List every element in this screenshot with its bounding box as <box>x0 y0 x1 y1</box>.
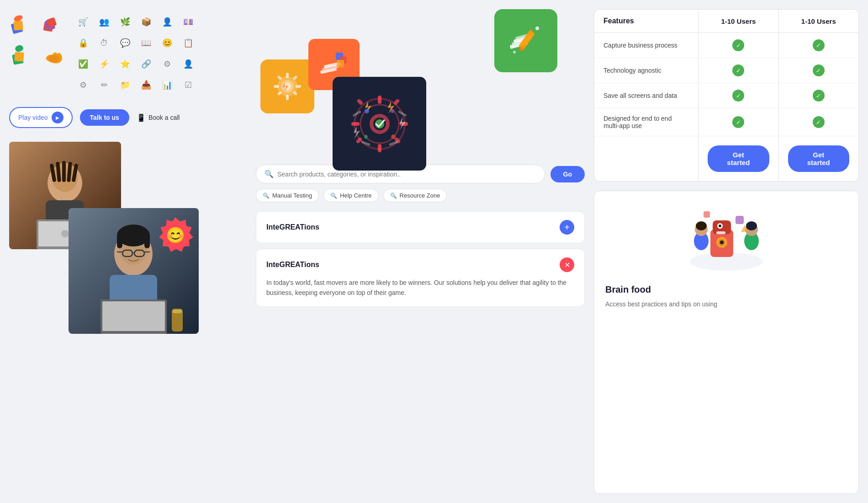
svg-rect-71 <box>351 122 360 126</box>
outline-icons-grid: 🛒 👥 🌿 📦 👤 💷 🔒 ⏱ 💬 📖 😊 📋 ✅ ⚡ ⭐ 🔗 ⚙ 👤 ⚙ <box>75 14 196 93</box>
action-buttons: Play video ▶ Talk to us 📱 Book a call <box>9 107 247 128</box>
svg-rect-36 <box>102 301 165 331</box>
check-mark: ✓ <box>732 90 744 102</box>
check-icon: ✅ <box>75 56 91 72</box>
go-button[interactable]: Go <box>550 166 585 182</box>
svg-rect-76 <box>393 98 400 106</box>
delivery-icon: 📦 <box>138 14 154 30</box>
col1-header: 1-10 Users <box>699 10 778 33</box>
person-icon: 👤 <box>159 14 175 30</box>
brain-food-description: Access best practices and tips on using <box>605 300 717 309</box>
edit-icon: ✏ <box>96 77 112 93</box>
svg-point-9 <box>48 55 59 62</box>
svg-rect-49 <box>286 73 289 78</box>
svg-rect-16 <box>62 161 66 182</box>
svg-rect-7 <box>14 52 24 62</box>
accordion-card-1: InteGREATions + <box>256 211 585 243</box>
chart-icon: 📊 <box>159 77 175 93</box>
feature-1-col2: ✓ <box>778 33 858 58</box>
accordion-title-1: InteGREATions <box>266 223 319 231</box>
orange-product-icon <box>40 40 68 68</box>
svg-point-97 <box>696 221 707 230</box>
accordion-header-2: InteGREATions ✕ <box>266 257 574 272</box>
settings-icon: ⚙ <box>75 77 91 93</box>
get-started-button-1[interactable]: Get started <box>708 145 769 172</box>
search-input[interactable] <box>277 171 536 178</box>
lock-icon: 🔒 <box>75 35 91 51</box>
check-mark: ✓ <box>732 64 744 76</box>
timer-icon: ⏱ <box>96 35 112 51</box>
svg-point-45 <box>513 51 516 54</box>
book-call-link[interactable]: 📱 Book a call <box>137 113 180 122</box>
lightning-icon: ⚡ <box>96 56 112 72</box>
inbox-icon: 📥 <box>138 77 154 93</box>
svg-rect-1 <box>13 21 23 31</box>
svg-rect-105 <box>704 211 710 218</box>
book-icon: 📖 <box>138 35 154 51</box>
svg-rect-38 <box>173 310 182 313</box>
right-panel: Features 1-10 Users 1-10 Users Capture b… <box>594 9 859 494</box>
tree-icon: 🌿 <box>117 14 133 30</box>
user-minus-icon: 👤 <box>180 56 196 72</box>
svg-rect-27 <box>117 234 122 248</box>
brain-food-title: Brain food <box>605 284 651 295</box>
brain-food-image <box>605 202 847 275</box>
photo-collage: 😊 <box>9 142 219 334</box>
middle-panel: 🔍 Go 🔍 Manual Testing 🔍 Help Centre 🔍 Re… <box>256 9 585 494</box>
svg-rect-104 <box>736 216 744 224</box>
col2-header: 1-10 Users <box>778 10 858 33</box>
play-video-button[interactable]: Play video ▶ <box>9 107 73 128</box>
svg-point-87 <box>364 135 368 139</box>
accordion-section: InteGREATions + InteGREATions ✕ In today… <box>256 211 585 307</box>
svg-rect-69 <box>378 96 381 104</box>
phone-icon: 📱 <box>137 113 146 122</box>
talk-to-us-button[interactable]: Talk to us <box>80 109 129 126</box>
accordion-collapse-button-2[interactable]: ✕ <box>560 257 574 272</box>
pricing-row-4: Designed for end to end multi-app use ✓ … <box>594 108 858 136</box>
svg-point-8 <box>14 44 24 53</box>
svg-point-22 <box>61 230 69 237</box>
check-mark: ✓ <box>813 90 825 102</box>
pricing-table: Features 1-10 Users 1-10 Users Capture b… <box>594 9 859 182</box>
emoji-icon: 😊 <box>159 35 175 51</box>
svg-rect-94 <box>716 231 725 234</box>
svg-point-93 <box>719 225 721 227</box>
get-started-button-2[interactable]: Get started <box>788 145 849 172</box>
accordion-header-1: InteGREATions + <box>266 220 574 235</box>
check-mark: ✓ <box>813 39 825 51</box>
pricing-row-3: Save all screens and data ✓ ✓ <box>594 83 858 108</box>
search-tag-manual-testing[interactable]: 🔍 Manual Testing <box>256 189 319 202</box>
book-call-label: Book a call <box>148 114 180 121</box>
orange-app-icon <box>260 59 314 113</box>
search-tag-help-centre[interactable]: 🔍 Help Centre <box>323 189 378 202</box>
search-tag-resource-zone[interactable]: 🔍 Resource Zone <box>383 189 447 202</box>
search-tag-label-3: Resource Zone <box>400 192 440 199</box>
feature-3-col2: ✓ <box>778 83 858 108</box>
svg-point-100 <box>746 221 757 230</box>
brain-food-card: Brain food Access best practices and tip… <box>594 191 859 494</box>
pricing-cta-row: Get started Get started <box>594 136 858 182</box>
star-icon: ⭐ <box>117 56 133 72</box>
feature-4-col1: ✓ <box>699 108 778 136</box>
currency-icon: 💷 <box>180 14 196 30</box>
svg-point-44 <box>535 27 539 30</box>
basket-icon: 🛒 <box>75 14 91 30</box>
svg-point-88 <box>391 134 396 139</box>
feature-4-label: Designed for end to end multi-app use <box>594 108 699 136</box>
colored-icon-row-2 <box>9 40 68 68</box>
chat-icon: 💬 <box>117 35 133 51</box>
svg-point-85 <box>365 109 369 113</box>
blue-product-icon <box>9 9 37 37</box>
dark-app-icon <box>333 77 426 171</box>
green-app-icon <box>494 9 557 72</box>
accordion-expand-button-1[interactable]: + <box>560 220 574 235</box>
colored-icons <box>9 9 68 93</box>
feature-1-label: Capture business process <box>594 33 699 58</box>
features-header: Features <box>594 10 699 33</box>
svg-rect-52 <box>296 85 301 88</box>
feature-1-col1: ✓ <box>699 33 778 58</box>
search-tag-label-2: Help Centre <box>340 192 371 199</box>
pricing-cta-empty <box>594 136 699 182</box>
svg-point-103 <box>720 241 724 244</box>
users-icon: 👥 <box>96 14 112 30</box>
